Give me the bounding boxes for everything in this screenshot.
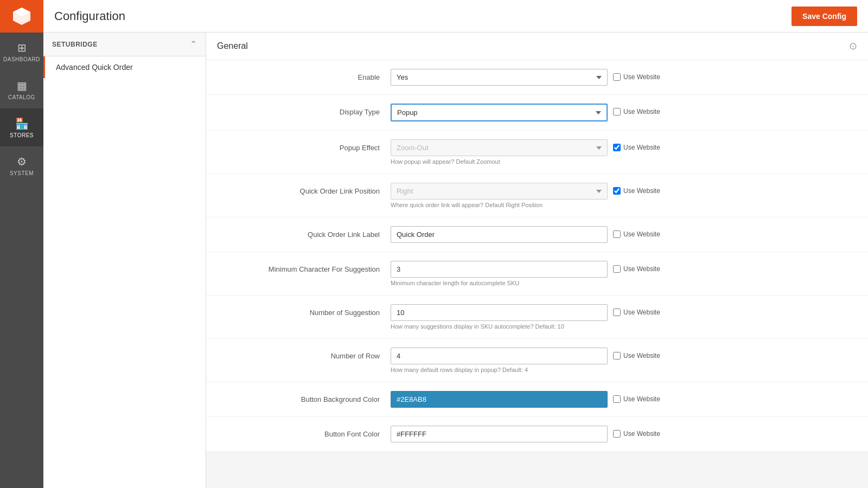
catalog-icon: ▦	[17, 79, 27, 92]
config-section-title: General	[217, 41, 248, 51]
form-row-popup-effect: Popup Effect Zoom-Out Fade Slide How pop…	[206, 131, 868, 174]
sidebar-item-catalog[interactable]: ▦ Catalog	[0, 70, 43, 108]
num-suggestion-input[interactable]	[391, 304, 608, 321]
num-row-use-website-wrap: Use Website	[613, 348, 660, 359]
sidebar-item-dashboard-label: Dashboard	[3, 56, 40, 62]
popup-effect-use-website-label: Use Website	[623, 144, 660, 151]
btn-font-color-control-wrap: Use Website	[391, 426, 857, 442]
enable-select[interactable]: Yes No	[391, 69, 608, 86]
link-position-hint: Where quick order link will appear? Defa…	[391, 202, 608, 208]
enable-field-group: Yes No	[391, 69, 608, 86]
popup-effect-control-wrap: Zoom-Out Fade Slide How popup will appea…	[391, 139, 857, 165]
form-row-display-type: Set Quick Order aspop-up or page Display…	[206, 95, 868, 131]
form-row-enable: Enable Yes No Use Website	[206, 60, 868, 95]
btn-font-color-use-website-label: Use Website	[623, 430, 660, 438]
form-row-num-row: Number of Row How many default rows disp…	[206, 339, 868, 382]
popup-effect-select[interactable]: Zoom-Out Fade Slide	[391, 139, 608, 156]
num-row-control-wrap: How many default rows display in popup? …	[391, 348, 857, 373]
num-row-use-website-checkbox[interactable]	[613, 352, 621, 359]
page-title: Configuration	[54, 9, 125, 23]
popup-effect-use-website-wrap: Use Website	[613, 139, 660, 151]
min-char-use-website-wrap: Use Website	[613, 261, 660, 273]
link-position-select[interactable]: Right Left Top Bottom	[391, 183, 608, 200]
display-type-use-website-checkbox[interactable]	[613, 108, 621, 115]
display-type-control-wrap: Popup Page Use Website	[391, 104, 857, 121]
display-type-use-website-label: Use Website	[623, 108, 660, 115]
form-row-min-char: Minimum Character For Suggestion Minimum…	[206, 252, 868, 296]
sidebar-item-stores-label: Stores	[10, 132, 34, 138]
form-row-link-position: Quick Order Link Position Right Left Top…	[206, 174, 868, 217]
num-suggestion-control-wrap: How many suggestions display in SKU auto…	[391, 304, 857, 330]
min-char-hint: Minimum character length for autocomplet…	[391, 280, 608, 286]
num-row-label: Number of Row	[217, 348, 391, 360]
enable-use-website-label: Use Website	[623, 73, 660, 81]
link-position-use-website-wrap: Use Website	[613, 183, 660, 195]
section-header[interactable]: SETUBRIDGE ⌃	[43, 33, 206, 56]
form-row-btn-font-color: Button Font Color Use Website	[206, 417, 868, 452]
num-suggestion-field-group: How many suggestions display in SKU auto…	[391, 304, 608, 330]
btn-font-color-input[interactable]	[391, 426, 608, 442]
section-header-title: SETUBRIDGE	[52, 41, 98, 48]
nav-item-advanced-quick-order[interactable]: Advanced Quick Order	[43, 56, 206, 78]
display-type-use-website-wrap: Use Website	[613, 104, 660, 115]
link-position-label: Quick Order Link Position	[217, 183, 391, 195]
min-char-control-wrap: Minimum character length for autocomplet…	[391, 261, 857, 286]
btn-font-color-field-group	[391, 426, 608, 442]
num-suggestion-label: Number of Suggestion	[217, 304, 391, 317]
config-section-header: General ⊙	[206, 33, 868, 60]
right-panel: General ⊙ Enable Yes No	[206, 33, 868, 488]
min-char-input[interactable]	[391, 261, 608, 278]
btn-bg-color-control-wrap: Use Website	[391, 391, 857, 408]
popup-effect-hint: How popup will appear? Default Zoomout	[391, 158, 608, 165]
sidebar-item-stores[interactable]: 🏪 Stores	[0, 108, 43, 146]
link-position-control-wrap: Right Left Top Bottom Where quick order …	[391, 183, 857, 208]
popup-effect-use-website-checkbox[interactable]	[613, 144, 621, 151]
num-suggestion-hint: How many suggestions display in SKU auto…	[391, 323, 608, 330]
num-row-hint: How many default rows display in popup? …	[391, 367, 608, 373]
form-row-link-label: Quick Order Link Label Use Website	[206, 217, 868, 252]
link-label-use-website-label: Use Website	[623, 230, 660, 238]
num-row-input[interactable]	[391, 348, 608, 364]
num-row-field-group: How many default rows display in popup? …	[391, 348, 608, 373]
btn-bg-color-field-group	[391, 391, 608, 408]
link-label-use-website-wrap: Use Website	[613, 226, 660, 238]
num-suggestion-use-website-checkbox[interactable]	[613, 309, 621, 316]
btn-bg-color-input[interactable]	[391, 391, 608, 408]
btn-bg-color-use-website-wrap: Use Website	[613, 391, 660, 403]
min-char-field-group: Minimum character length for autocomplet…	[391, 261, 608, 286]
link-position-use-website-label: Use Website	[623, 187, 660, 195]
content-area: SETUBRIDGE ⌃ Advanced Quick Order Genera…	[43, 33, 868, 488]
sidebar: ⊞ Dashboard ▦ Catalog 🏪 Stores ⚙ System	[0, 0, 43, 488]
btn-bg-color-use-website-label: Use Website	[623, 395, 660, 403]
num-suggestion-use-website-label: Use Website	[623, 309, 660, 316]
link-label-field-group	[391, 226, 608, 243]
enable-control-wrap: Yes No Use Website	[391, 69, 857, 86]
link-position-use-website-checkbox[interactable]	[613, 187, 621, 195]
left-panel: SETUBRIDGE ⌃ Advanced Quick Order	[43, 33, 206, 488]
popup-effect-field-group: Zoom-Out Fade Slide How popup will appea…	[391, 139, 608, 165]
min-char-use-website-checkbox[interactable]	[613, 265, 621, 273]
dashboard-icon: ⊞	[17, 41, 27, 54]
display-type-select[interactable]: Popup Page	[391, 104, 608, 121]
btn-font-color-use-website-checkbox[interactable]	[613, 430, 621, 438]
save-config-button[interactable]: Save Config	[792, 7, 857, 26]
collapse-icon[interactable]: ⊙	[849, 40, 857, 52]
btn-bg-color-use-website-checkbox[interactable]	[613, 395, 621, 403]
app-logo	[0, 0, 43, 33]
num-row-use-website-label: Use Website	[623, 352, 660, 359]
display-type-label: Display Type	[217, 104, 391, 116]
main-area: Configuration Save Config SETUBRIDGE ⌃ A…	[43, 0, 868, 488]
popup-effect-label: Popup Effect	[217, 139, 391, 152]
sidebar-item-system[interactable]: ⚙ System	[0, 146, 43, 184]
link-position-field-group: Right Left Top Bottom Where quick order …	[391, 183, 608, 208]
enable-use-website-checkbox[interactable]	[613, 73, 621, 81]
enable-use-website-wrap: Use Website	[613, 69, 660, 81]
config-section-general: General ⊙ Enable Yes No	[206, 33, 868, 452]
btn-font-color-use-website-wrap: Use Website	[613, 426, 660, 438]
link-label-use-website-checkbox[interactable]	[613, 230, 621, 238]
enable-label: Enable	[217, 69, 391, 81]
link-label-input[interactable]	[391, 226, 608, 243]
btn-bg-color-label: Button Background Color	[217, 391, 391, 403]
display-type-field-group: Popup Page	[391, 104, 608, 121]
sidebar-item-dashboard[interactable]: ⊞ Dashboard	[0, 33, 43, 70]
